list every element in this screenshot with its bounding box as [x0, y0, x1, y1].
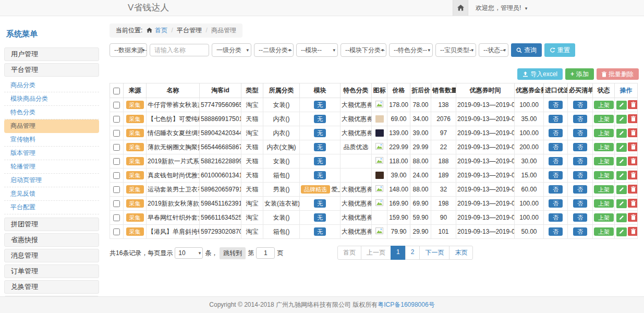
- sidebar-item-6[interactable]: 宣传物料: [4, 133, 99, 147]
- must-buy-badge[interactable]: 否: [573, 227, 587, 236]
- feature-category-select[interactable]: --特色分类--▾: [389, 43, 433, 57]
- delete-button[interactable]: [628, 128, 638, 137]
- status-badge[interactable]: 上架: [594, 213, 614, 222]
- breadcrumb-home-link[interactable]: 首页: [155, 27, 167, 34]
- must-buy-badge[interactable]: 否: [573, 101, 587, 109]
- edit-button[interactable]: [616, 101, 627, 110]
- data-source-select[interactable]: --数据来源--▾: [110, 43, 147, 57]
- import-excel-button[interactable]: 导入excel: [517, 68, 563, 80]
- sidebar-item-7[interactable]: 版本管理: [4, 147, 99, 160]
- sidebar-item-8[interactable]: 轮播管理: [4, 160, 99, 174]
- delete-button[interactable]: [628, 213, 638, 222]
- page-size-select[interactable]: 10 ▾: [175, 247, 203, 259]
- import-optional-badge[interactable]: 否: [549, 115, 563, 123]
- page-2[interactable]: 2: [405, 246, 420, 260]
- sidebar-item-3[interactable]: 模块商品分类: [4, 92, 99, 106]
- icp-link[interactable]: 粤ICP备16098006号: [378, 301, 434, 308]
- must-buy-badge[interactable]: 否: [573, 199, 587, 208]
- user-menu[interactable]: 欢迎您，管理员! ▾: [476, 4, 527, 13]
- edit-button[interactable]: [616, 227, 627, 236]
- sidebar-item-11[interactable]: 平台配置: [4, 201, 99, 214]
- must-buy-badge[interactable]: 否: [573, 157, 587, 165]
- must-buy-badge[interactable]: 否: [573, 171, 587, 179]
- row-checkbox[interactable]: [113, 116, 120, 123]
- row-checkbox[interactable]: [113, 214, 120, 221]
- import-optional-badge[interactable]: 否: [549, 199, 563, 208]
- batch-delete-button[interactable]: 批量删除: [597, 68, 639, 80]
- page-1[interactable]: 1: [391, 246, 406, 260]
- status-badge[interactable]: 上架: [594, 171, 614, 179]
- must-buy-badge[interactable]: 否: [573, 115, 587, 123]
- delete-button[interactable]: [628, 227, 638, 236]
- must-buy-badge[interactable]: 否: [573, 129, 587, 137]
- home-button[interactable]: [453, 0, 468, 16]
- page-last[interactable]: 末页: [449, 246, 473, 260]
- page-number-input[interactable]: [256, 247, 275, 259]
- sidebar-section-15[interactable]: 订单管理: [4, 264, 99, 278]
- jump-button[interactable]: 跳转到: [220, 247, 246, 259]
- edit-button[interactable]: [616, 143, 627, 152]
- import-optional-badge[interactable]: 否: [549, 171, 563, 179]
- row-checkbox[interactable]: [113, 102, 120, 109]
- import-optional-badge[interactable]: 否: [549, 101, 563, 109]
- row-checkbox[interactable]: [113, 158, 120, 165]
- edit-button[interactable]: [616, 115, 627, 124]
- import-optional-badge[interactable]: 否: [549, 227, 563, 236]
- must-buy-badge[interactable]: 否: [573, 143, 587, 151]
- page-next[interactable]: 下一页: [419, 246, 449, 260]
- search-button[interactable]: 查询: [511, 43, 542, 57]
- select-all-checkbox[interactable]: [113, 88, 120, 94]
- item-type-select[interactable]: --宝贝类型--▾: [435, 43, 476, 57]
- edit-button[interactable]: [616, 157, 627, 166]
- status-select[interactable]: --状态--▾: [479, 43, 508, 57]
- sidebar-section-16[interactable]: 兑换管理: [4, 280, 99, 294]
- status-badge[interactable]: 上架: [594, 101, 614, 109]
- status-badge[interactable]: 上架: [594, 157, 614, 165]
- delete-button[interactable]: [628, 114, 638, 123]
- row-checkbox[interactable]: [113, 130, 120, 137]
- level2-category-select[interactable]: --二级分类--▾: [254, 43, 294, 57]
- status-badge[interactable]: 上架: [594, 129, 614, 137]
- delete-button[interactable]: [628, 199, 638, 208]
- delete-button[interactable]: [628, 142, 638, 151]
- import-optional-badge[interactable]: 否: [549, 185, 563, 194]
- status-badge[interactable]: 上架: [594, 115, 614, 123]
- delete-button[interactable]: [628, 156, 638, 165]
- module-select[interactable]: --模块--▾: [296, 43, 338, 57]
- sidebar-item-10[interactable]: 意见反馈: [4, 187, 99, 201]
- sidebar-section-13[interactable]: 省惠快报: [4, 233, 99, 247]
- page-first[interactable]: 首页: [337, 246, 361, 260]
- sidebar-item-4[interactable]: 特色分类: [4, 106, 99, 119]
- edit-button[interactable]: [616, 171, 627, 180]
- sidebar-section-0[interactable]: 用户管理: [4, 47, 99, 61]
- level1-category-select[interactable]: 一级分类▾: [212, 43, 251, 57]
- row-checkbox[interactable]: [113, 172, 120, 179]
- module-subcategory-select[interactable]: --模块下分类--▾: [341, 43, 386, 57]
- sidebar-item-2[interactable]: 商品分类: [4, 79, 99, 92]
- import-optional-badge[interactable]: 否: [549, 143, 563, 151]
- status-badge[interactable]: 上架: [594, 227, 614, 236]
- edit-button[interactable]: [616, 199, 627, 208]
- must-buy-badge[interactable]: 否: [573, 213, 587, 222]
- add-button[interactable]: + 添加: [565, 68, 594, 80]
- sidebar-section-14[interactable]: 消息管理: [4, 249, 99, 262]
- row-checkbox[interactable]: [113, 144, 120, 151]
- reset-button[interactable]: 重置: [544, 43, 575, 57]
- delete-button[interactable]: [628, 171, 638, 179]
- edit-button[interactable]: [616, 185, 627, 194]
- sidebar-item-5[interactable]: 商品管理: [4, 119, 99, 133]
- status-badge[interactable]: 上架: [594, 143, 614, 151]
- name-search-input[interactable]: [150, 44, 209, 56]
- edit-button[interactable]: [616, 213, 627, 222]
- row-checkbox[interactable]: [113, 228, 120, 235]
- import-optional-badge[interactable]: 否: [549, 213, 563, 222]
- page-prev[interactable]: 上一页: [361, 246, 391, 260]
- status-badge[interactable]: 上架: [594, 199, 614, 208]
- edit-button[interactable]: [616, 129, 627, 138]
- must-buy-badge[interactable]: 否: [573, 185, 587, 194]
- import-optional-badge[interactable]: 否: [549, 157, 563, 165]
- sidebar-item-9[interactable]: 启动页管理: [4, 174, 99, 187]
- import-optional-badge[interactable]: 否: [549, 129, 563, 137]
- delete-button[interactable]: [628, 185, 638, 194]
- row-checkbox[interactable]: [113, 200, 120, 207]
